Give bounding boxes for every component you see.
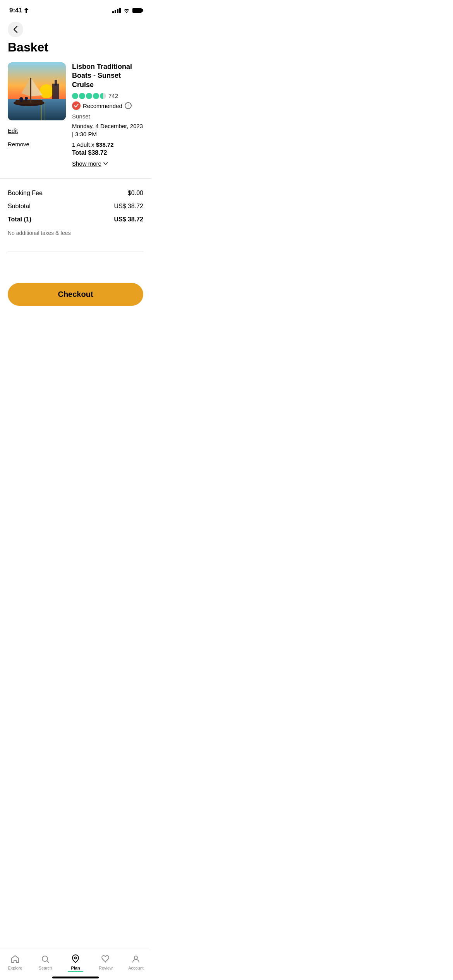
recommended-row: Recommended i: [72, 101, 143, 110]
edit-button[interactable]: Edit: [8, 127, 18, 134]
summary-section: Booking Fee $0.00 Subtotal US$ 38.72 Tot…: [0, 178, 151, 252]
show-more-button[interactable]: Show more: [72, 160, 143, 167]
star-5: [100, 93, 106, 99]
booking-fee-label: Booking Fee: [8, 190, 43, 197]
booking-details: Lisbon Traditional Boats - Sunset Cruise…: [72, 62, 143, 167]
signal-icon: [112, 8, 121, 13]
star-4: [93, 93, 99, 99]
svg-rect-0: [132, 8, 142, 13]
info-icon[interactable]: i: [125, 102, 132, 109]
booking-card: Edit Remove Lisbon Traditional Boats - S…: [0, 62, 151, 175]
svg-point-3: [39, 84, 53, 98]
subtotal-value: US$ 38.72: [114, 203, 143, 210]
total-row: Total (1) US$ 38.72: [8, 213, 143, 226]
svg-rect-15: [20, 99, 22, 102]
subtotal-row: Subtotal US$ 38.72: [8, 200, 143, 213]
recommended-label: Recommended: [83, 103, 122, 109]
svg-rect-6: [45, 101, 45, 120]
star-1: [72, 93, 78, 99]
remove-button[interactable]: Remove: [8, 141, 29, 147]
booking-title: Lisbon Traditional Boats - Sunset Cruise: [72, 62, 143, 89]
svg-rect-1: [142, 9, 143, 12]
checkout-button[interactable]: Checkout: [8, 283, 143, 306]
booking-image: [8, 62, 66, 120]
page-title: Basket: [0, 39, 151, 62]
booking-total: Total $38.72: [72, 149, 143, 156]
booking-fee-row: Booking Fee $0.00: [8, 187, 143, 200]
battery-icon: [132, 8, 143, 13]
status-time: 9:41: [9, 7, 29, 14]
taxes-note: No additional taxes & fees: [8, 226, 143, 248]
rating-row: 742: [72, 93, 143, 99]
checkout-section: Checkout: [0, 275, 151, 310]
tour-type: Sunset: [72, 113, 143, 120]
total-value: US$ 38.72: [114, 216, 143, 223]
star-2: [79, 93, 85, 99]
star-3: [86, 93, 92, 99]
svg-rect-7: [52, 84, 59, 99]
review-count: 742: [108, 93, 118, 99]
unit-price: $38.72: [96, 141, 114, 148]
svg-rect-8: [55, 80, 57, 86]
svg-rect-17: [25, 98, 27, 101]
tour-date: Monday, 4 December, 2023 | 3:30 PM: [72, 122, 143, 138]
back-button[interactable]: [8, 22, 23, 37]
svg-rect-11: [30, 78, 31, 103]
recommended-badge-icon: [72, 101, 81, 110]
wifi-icon: [123, 8, 130, 13]
booking-fee-value: $0.00: [128, 190, 143, 197]
status-icons: [112, 8, 143, 13]
svg-rect-10: [15, 100, 43, 104]
subtotal-label: Subtotal: [8, 203, 31, 210]
price-row: 1 Adult x $38.72: [72, 141, 143, 148]
star-rating: [72, 93, 106, 99]
status-bar: 9:41: [0, 0, 151, 19]
total-label: Total (1): [8, 216, 31, 223]
